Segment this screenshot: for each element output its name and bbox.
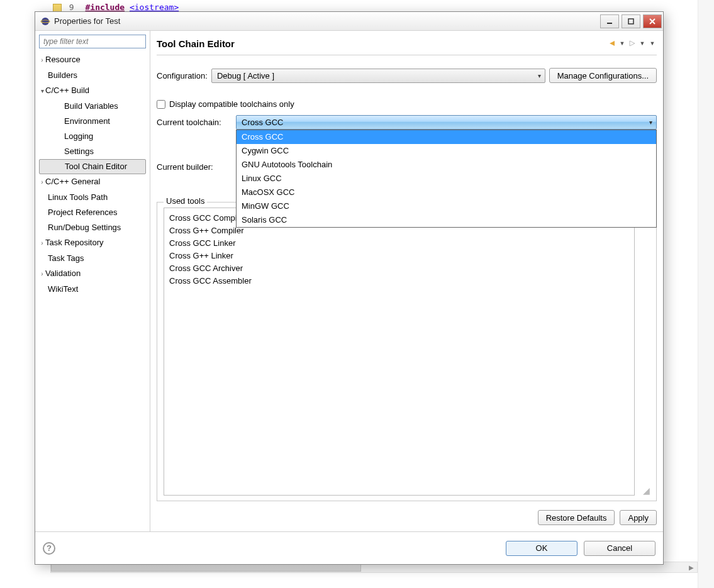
display-compatible-checkbox[interactable] [157,100,165,109]
nav-tree-item[interactable]: ›Task Repository [39,235,146,251]
page-title: Tool Chain Editor [157,38,235,49]
current-toolchain-combo[interactable]: Cross GCC [236,115,657,130]
ok-button[interactable]: OK [506,541,577,556]
back-icon[interactable] [608,39,616,48]
header-divider [157,55,657,55]
configuration-value: Debug [ Active ] [217,71,274,80]
nav-tree-item-label: Validation [45,269,81,278]
nav-tree-item[interactable]: WikiText [39,282,146,297]
svg-point-0 [42,18,49,25]
manage-configurations-button[interactable]: Manage Configurations... [549,68,657,83]
nav-tree-item-label: C/C++ Build [45,86,89,95]
used-tool-item[interactable]: Cross GCC Archiver [169,262,629,275]
nav-tree-item-label: Linux Tools Path [48,192,108,202]
header-nav-arrows: ▼ ▼ ▼ [608,39,657,48]
nav-tree-item-label: Build Variables [64,101,118,111]
view-menu-icon[interactable]: ▼ [648,39,657,48]
nav-tree-item-label: Builders [48,70,77,80]
display-compatible-label: Display compatible toolchains only [169,99,294,109]
nav-tree-item[interactable]: Logging [39,129,146,144]
nav-tree-item-label: Task Tags [48,253,84,263]
properties-dialog: Properties for Test ›ResourceBuilders▾C/… [35,11,664,565]
eclipse-icon [40,16,50,26]
help-icon[interactable]: ? [43,542,55,555]
apply-button[interactable]: Apply [620,510,657,525]
include-keyword: #include [85,3,125,12]
nav-tree-item[interactable]: ›Resource [39,52,146,68]
nav-tree[interactable]: ›ResourceBuilders▾C/C++ BuildBuild Varia… [39,52,146,528]
forward-icon[interactable] [628,39,637,48]
tree-arrow-icon: › [39,53,45,67]
nav-tree-item[interactable]: Builders [39,68,146,83]
current-builder-label: Current builder: [157,162,232,172]
current-toolchain-label: Current toolchain: [157,118,232,127]
nav-tree-item-label: Logging [64,131,93,141]
toolchain-option[interactable]: MacOSX GCC [237,186,656,199]
toolchain-option[interactable]: GNU Autotools Toolchain [237,158,656,172]
titlebar[interactable]: Properties for Test [35,12,663,31]
filter-input[interactable] [39,35,146,48]
tree-arrow-icon: › [39,236,45,250]
nav-tree-item-label: Tool Chain Editor [65,162,127,171]
editor-right-gutter [698,0,714,588]
used-tools-list[interactable]: Cross GCC CompilerCross G++ CompilerCros… [164,208,635,496]
used-tools-fieldset: Used tools Cross GCC CompilerCross G++ C… [157,202,657,501]
toolchain-option[interactable]: Cygwin GCC [237,144,656,158]
resize-grip-icon[interactable]: ◢ [643,485,650,496]
used-tool-item[interactable]: Cross G++ Linker [169,250,629,262]
cancel-button[interactable]: Cancel [584,541,655,556]
content-pane: Tool Chain Editor ▼ ▼ ▼ Configuration: D… [150,31,663,531]
dialog-title: Properties for Test [54,16,120,26]
minimize-button[interactable] [600,14,619,28]
tree-arrow-icon: › [39,267,45,281]
back-menu-icon[interactable]: ▼ [618,39,627,48]
configuration-combo[interactable]: Debug [ Active ] [211,69,545,83]
nav-tree-item-label: Settings [64,147,94,156]
line-number: 9 [69,3,74,12]
nav-tree-item[interactable]: Build Variables [39,99,146,114]
nav-tree-item-label: Project References [48,208,118,217]
restore-defaults-button[interactable]: Restore Defaults [538,510,615,525]
nav-tree-item[interactable]: Linux Tools Path [39,190,146,205]
nav-tree-item[interactable]: Tool Chain Editor [39,159,146,174]
nav-tree-item[interactable]: ▾C/C++ Build [39,83,146,99]
nav-tree-item-label: Environment [64,116,110,126]
nav-tree-item[interactable]: Project References [39,205,146,220]
close-button[interactable] [643,14,662,28]
include-header: <iostream> [130,3,179,12]
used-tools-legend: Used tools [164,196,207,206]
toolchain-option[interactable]: Cross GCC [237,130,656,144]
toolchain-option[interactable]: Solaris GCC [237,213,656,227]
used-tool-item[interactable]: Cross GCC Assembler [169,275,629,287]
toolchain-option[interactable]: MinGW GCC [237,199,656,213]
nav-tree-item[interactable]: Environment [39,114,146,129]
configuration-label: Configuration: [157,71,208,80]
forward-menu-icon[interactable]: ▼ [638,39,647,48]
toolchain-dropdown[interactable]: Cross GCCCygwin GCCGNU Autotools Toolcha… [236,130,657,228]
maximize-button[interactable] [622,14,640,28]
nav-tree-item-label: Task Repository [45,238,103,247]
tree-arrow-icon: ▾ [39,84,45,98]
nav-tree-item-label: C/C++ General [45,177,100,186]
nav-tree-item[interactable]: ›C/C++ General [39,174,146,190]
nav-tree-item-label: Run/Debug Settings [48,223,121,232]
nav-tree-item[interactable]: Settings [39,144,146,159]
current-toolchain-value: Cross GCC [242,118,283,127]
nav-tree-item[interactable]: Run/Debug Settings [39,220,146,235]
nav-tree-item-label: WikiText [48,284,78,294]
used-tool-item[interactable]: Cross GCC Linker [169,237,629,250]
svg-rect-3 [628,19,633,24]
scroll-right-arrow-icon[interactable]: ▶ [686,562,697,572]
nav-pane: ›ResourceBuilders▾C/C++ BuildBuild Varia… [35,31,150,531]
nav-tree-item[interactable]: ›Validation [39,266,146,282]
dialog-footer: ? OK Cancel [35,531,663,564]
toolchain-option[interactable]: Linux GCC [237,172,656,186]
nav-tree-item[interactable]: Task Tags [39,251,146,266]
tree-arrow-icon: › [39,175,45,189]
nav-tree-item-label: Resource [45,55,81,64]
